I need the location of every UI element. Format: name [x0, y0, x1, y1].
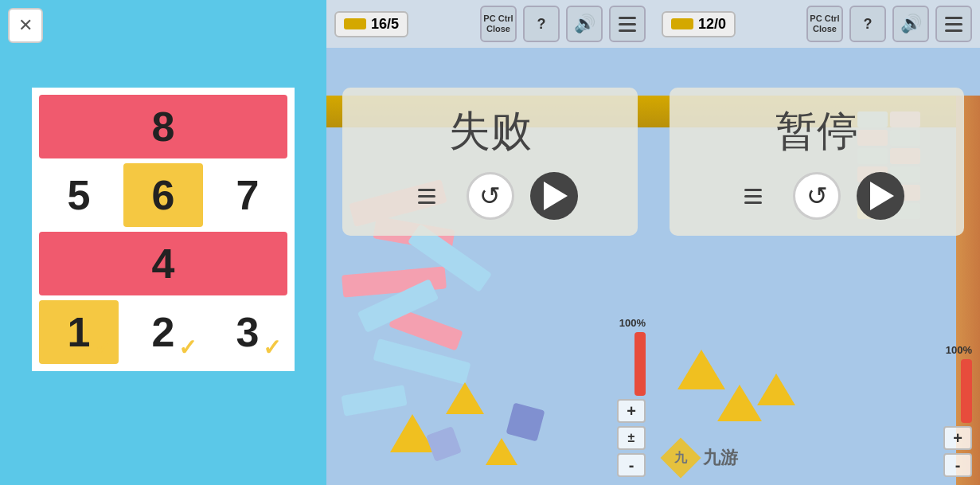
menu-button-pause[interactable]: [935, 6, 972, 42]
help-button-pause[interactable]: ?: [849, 6, 886, 42]
failure-menu-lines-icon: [413, 184, 440, 209]
failure-replay-button[interactable]: ↺: [467, 172, 514, 220]
checkmark-2: ✓: [178, 334, 197, 361]
puzzle-cell-8: 8: [39, 95, 287, 158]
zoom-percent-pause: 100%: [946, 344, 972, 356]
score-badge-failure: 16/5: [334, 11, 408, 37]
puzzle-cell-7: 7: [208, 163, 287, 227]
bottom-controls-failure: 100% + ± -: [617, 317, 646, 477]
failure-overlay: 失败 ↺: [342, 88, 638, 236]
puzzle-cell-1: 1 ✓: [39, 300, 119, 364]
score-value-pause: 12/0: [698, 16, 726, 33]
checkmark-3: ✓: [263, 334, 281, 361]
checkmark-1: ✓: [94, 334, 112, 361]
score-value-failure: 16/5: [371, 16, 399, 33]
score-icon-pause: [671, 18, 693, 29]
bottom-controls-pause: 100% + -: [943, 344, 972, 477]
pause-menu-button[interactable]: [729, 172, 777, 220]
zoom-plus-pause[interactable]: +: [943, 426, 972, 450]
play-icon: [870, 182, 894, 210]
menu-lines-icon-pause: [940, 12, 967, 37]
sound-button-failure[interactable]: 🔊: [566, 6, 603, 42]
puzzle-cell-3: 3 ✓: [208, 300, 287, 364]
watermark-text: 九游: [703, 446, 738, 470]
watermark: 九 九游: [662, 439, 738, 477]
zoom-minus-pause[interactable]: -: [943, 453, 972, 477]
zoom-minus-failure[interactable]: -: [617, 453, 646, 477]
help-button-failure[interactable]: ?: [523, 6, 560, 42]
topbar-pause: 12/0 PC Ctrl Close ? 🔊: [654, 0, 980, 48]
pause-menu-lines-icon: [740, 184, 767, 209]
menu-lines-icon: [614, 12, 641, 37]
arrow-right-icon: [544, 182, 568, 210]
pause-buttons: ↺: [729, 172, 904, 220]
failure-next-button[interactable]: [530, 172, 578, 220]
failure-menu-button[interactable]: [403, 172, 451, 220]
game-area-failure: 失败 ↺ 100%: [326, 48, 654, 485]
puzzle-grid: 8 5 6 7 4 1 ✓ 2 ✓ 3 ✓: [32, 88, 295, 371]
game-area-pause: 暂停 ↺ 100%: [654, 48, 980, 485]
pc-ctrl-button-pause[interactable]: PC Ctrl Close: [806, 6, 843, 42]
pause-replay-button[interactable]: ↺: [793, 172, 841, 220]
close-icon: ✕: [18, 15, 33, 36]
zoom-slider-failure[interactable]: [634, 332, 646, 396]
close-button[interactable]: ✕: [8, 8, 43, 43]
puzzle-cell-6: 6: [123, 163, 203, 227]
score-icon: [344, 18, 366, 29]
puzzle-cell-4: 4: [39, 232, 287, 295]
puzzle-cell-2: 2 ✓: [123, 300, 203, 364]
zoom-plus-failure[interactable]: +: [617, 399, 646, 423]
pause-play-button[interactable]: [857, 172, 904, 220]
panel-puzzle: ✕ 8 5 6 7 4 1 ✓ 2 ✓ 3 ✓: [0, 0, 326, 485]
menu-button-failure[interactable]: [609, 6, 646, 42]
failure-buttons: ↺: [403, 172, 578, 220]
topbar-failure: 16/5 PC Ctrl Close ? 🔊: [326, 0, 654, 48]
panel-failure: 16/5 PC Ctrl Close ? 🔊: [326, 0, 654, 485]
pause-overlay: 暂停 ↺: [670, 88, 964, 236]
panel-pause: 12/0 PC Ctrl Close ? 🔊: [654, 0, 980, 485]
sound-button-pause[interactable]: 🔊: [892, 6, 929, 42]
pc-ctrl-button-failure[interactable]: PC Ctrl Close: [480, 6, 517, 42]
zoom-percent-failure: 100%: [619, 317, 646, 329]
failure-title: 失败: [449, 104, 532, 159]
score-badge-pause: 12/0: [662, 11, 736, 37]
puzzle-cell-5: 5: [39, 163, 119, 227]
pause-title: 暂停: [775, 104, 858, 159]
zoom-plusminus-failure[interactable]: ±: [617, 426, 646, 450]
zoom-slider-pause[interactable]: [961, 359, 972, 423]
